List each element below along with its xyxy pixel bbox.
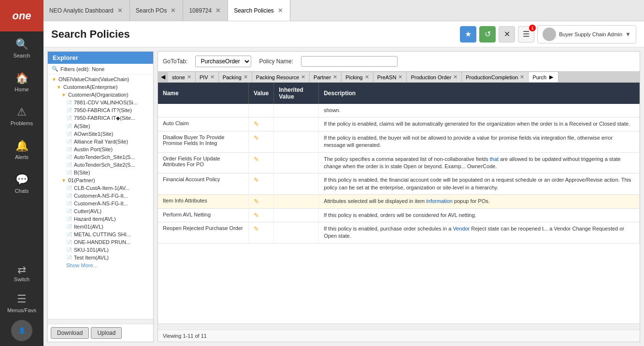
scroll-right-button[interactable]: ▶ bbox=[548, 74, 554, 80]
tree-item[interactable]: ▼ ONEIValueChain(ValueChain) bbox=[48, 75, 153, 83]
main-panel: GoToTab: PurchaseOrder SalesOrder Invoic… bbox=[157, 51, 640, 342]
tree-item[interactable]: 📄 AutoTenderSch_Site2(S... bbox=[48, 161, 153, 169]
notifications-button[interactable]: ☰ 1 bbox=[518, 26, 534, 43]
tab-neo[interactable]: NEO Analytic Dashboard ✕ bbox=[43, 0, 130, 21]
tree-item[interactable]: ▼ 01(Partner) bbox=[48, 176, 153, 184]
policy-tab-piv[interactable]: PIV ✕ bbox=[196, 72, 219, 82]
policy-tab-close[interactable]: ✕ bbox=[210, 74, 215, 80]
row-value[interactable]: ✎ bbox=[248, 195, 273, 208]
row-value[interactable]: ✎ bbox=[248, 117, 273, 131]
tree-item[interactable]: 📄 B(Site) bbox=[48, 169, 153, 176]
close-button[interactable]: ✕ bbox=[499, 26, 515, 43]
document-icon: 📄 bbox=[66, 139, 72, 144]
policy-tab-close[interactable]: ✕ bbox=[520, 74, 524, 80]
row-value[interactable]: ✎ bbox=[248, 208, 273, 222]
goto-label: GoToTab: bbox=[163, 58, 187, 65]
goto-select[interactable]: PurchaseOrder SalesOrder Invoice bbox=[195, 56, 251, 67]
tree-item[interactable]: 📄 7950-FABRICA IT◆(Site... bbox=[48, 114, 153, 122]
tree-item[interactable]: 📄 7881-CDV VALINHOS(Si... bbox=[48, 99, 153, 106]
tree-item[interactable]: 📄 Item01(AVL) bbox=[48, 223, 153, 231]
sidebar-item-search[interactable]: 🔍 Search bbox=[0, 31, 43, 65]
tree-container[interactable]: ▼ ONEIValueChain(ValueChain) ▼ CustomerA… bbox=[48, 74, 153, 319]
row-value[interactable]: ✎ bbox=[248, 222, 273, 243]
folder-expand-icon: ▼ bbox=[52, 77, 57, 82]
sidebar-item-alerts[interactable]: 🔔 Alerts bbox=[0, 133, 43, 167]
tree-item[interactable]: 📄 AOwnSite1(Site) bbox=[48, 130, 153, 138]
refresh-button[interactable]: ↺ bbox=[479, 26, 496, 43]
tree-item[interactable]: ▼ CustomerA(Organization) bbox=[48, 91, 153, 99]
tab-neo-close[interactable]: ✕ bbox=[116, 7, 124, 14]
horizontal-scrollbar[interactable] bbox=[158, 323, 640, 330]
tree-item[interactable]: 📄 AutoTenderSch_Site1(S... bbox=[48, 153, 153, 161]
edit-icon[interactable]: ✎ bbox=[254, 198, 259, 205]
tree-item[interactable]: 📄 Test Item(AVL) bbox=[48, 254, 153, 261]
row-value[interactable]: ✎ bbox=[248, 131, 273, 152]
sidebar-avatar[interactable]: 👤 bbox=[11, 320, 32, 341]
policy-tab-label: Packing bbox=[223, 74, 242, 80]
policy-tab-close[interactable]: ✕ bbox=[365, 74, 369, 80]
policy-tab-close[interactable]: ✕ bbox=[333, 74, 337, 80]
tree-item[interactable]: 📄 SKU-101(AVL) bbox=[48, 246, 153, 254]
sidebar-item-chats[interactable]: 💬 Chats bbox=[0, 167, 43, 201]
policy-tab-picking[interactable]: Picking ✕ bbox=[342, 72, 373, 82]
app-logo[interactable]: one bbox=[0, 0, 43, 31]
tree-item[interactable]: ▼ CustomerA(Enterprise) bbox=[48, 83, 153, 91]
table-container[interactable]: Name Value Inherited Value Description bbox=[158, 83, 640, 323]
tree-item[interactable]: 📄 CustomerA-NS-FG-It... bbox=[48, 192, 153, 200]
tree-item-label: 7950-FABRICA IT◆(Site... bbox=[74, 115, 135, 121]
sidebar-item-home[interactable]: 🏠 Home bbox=[0, 65, 43, 99]
tree-item[interactable]: 📄 7950-FABRICA IT?(Site) bbox=[48, 106, 153, 114]
policy-tab-productioncompletion[interactable]: ProductionCompletion ✕ bbox=[462, 72, 529, 82]
tree-item[interactable]: 📄 Hazard item(AVL) bbox=[48, 215, 153, 223]
edit-icon[interactable]: ✎ bbox=[254, 120, 259, 128]
show-more-link[interactable]: Show More... bbox=[48, 261, 153, 269]
policy-tab-close[interactable]: ✕ bbox=[453, 74, 458, 80]
policy-tab-close[interactable]: ✕ bbox=[243, 74, 248, 80]
tree-item[interactable]: 📄 CLB-CustA-Item-1(AV... bbox=[48, 184, 153, 192]
edit-icon[interactable]: ✎ bbox=[254, 176, 259, 184]
row-value[interactable]: ✎ bbox=[248, 152, 273, 173]
edit-icon[interactable]: ✎ bbox=[254, 212, 259, 219]
user-dropdown[interactable]: Buyer Supply Chain Admin ▼ bbox=[537, 25, 636, 43]
policy-tab-partner[interactable]: Partner ✕ bbox=[310, 72, 342, 82]
policy-tab-packing[interactable]: Packing ✕ bbox=[219, 72, 252, 82]
tree-item-label: AutoTenderSch_Site1(S... bbox=[74, 154, 135, 160]
policy-tab-close[interactable]: ✕ bbox=[187, 74, 191, 80]
tab-1089724[interactable]: 1089724 ✕ bbox=[183, 0, 228, 21]
tab-bar: NEO Analytic Dashboard ✕ Search POs ✕ 10… bbox=[43, 0, 644, 21]
edit-icon[interactable]: ✎ bbox=[254, 225, 259, 232]
tree-item[interactable]: 📄 Austin Port(Site) bbox=[48, 145, 153, 153]
sidebar-item-menus[interactable]: ☰ Menus/Favs bbox=[0, 286, 43, 320]
policy-tab-purch[interactable]: Purch ▶ bbox=[529, 72, 558, 82]
tree-item[interactable]: 📄 CustomerA-NS-FG-It... bbox=[48, 200, 153, 207]
policy-tab-close[interactable]: ✕ bbox=[398, 74, 402, 80]
policy-tab-preasn[interactable]: PreASN ✕ bbox=[373, 72, 407, 82]
policy-tab-stone[interactable]: stone ✕ bbox=[168, 72, 196, 82]
tree-horizontal-scrollbar[interactable] bbox=[48, 319, 153, 324]
edit-icon[interactable]: ✎ bbox=[254, 156, 259, 163]
policy-tab-productionorder[interactable]: Production Order ✕ bbox=[407, 72, 462, 82]
tab-searchpos-close[interactable]: ✕ bbox=[170, 7, 177, 14]
upload-button[interactable]: Upload bbox=[91, 327, 122, 339]
policy-tab-packingresource[interactable]: Packing Resource ✕ bbox=[252, 72, 310, 82]
tab-searchpos[interactable]: Search POs ✕ bbox=[130, 0, 184, 21]
policy-tab-close[interactable]: ✕ bbox=[301, 74, 305, 80]
sidebar-item-problems[interactable]: ⚠ Problems bbox=[0, 99, 43, 133]
tree-item[interactable]: 📄 Alliance Rail Yard(Site) bbox=[48, 138, 153, 145]
tree-item[interactable]: 📄 A(Site) bbox=[48, 122, 153, 130]
tab-searchpolicies-close[interactable]: ✕ bbox=[277, 7, 284, 14]
scroll-left-button[interactable]: ◀ bbox=[158, 72, 168, 82]
tab-1089724-close[interactable]: ✕ bbox=[215, 7, 222, 14]
tab-searchpolicies[interactable]: Search Policies ✕ bbox=[228, 0, 290, 21]
table-footer: Viewing 1-11 of 11 bbox=[158, 330, 640, 342]
favorite-button[interactable]: ★ bbox=[460, 26, 476, 43]
sidebar-item-switch[interactable]: ⇄ Switch bbox=[14, 264, 29, 282]
hscroll-bar[interactable] bbox=[158, 324, 640, 330]
row-value[interactable]: ✎ bbox=[248, 173, 273, 195]
tree-item[interactable]: 📄 ONE-HANDED PRUN... bbox=[48, 238, 153, 246]
policy-name-input[interactable] bbox=[301, 56, 398, 67]
tree-item[interactable]: 📄 METAL CUTTING SHI... bbox=[48, 231, 153, 238]
tree-item[interactable]: 📄 Cutter(AVL) bbox=[48, 207, 153, 215]
download-button[interactable]: Download bbox=[51, 327, 89, 339]
edit-icon[interactable]: ✎ bbox=[254, 134, 259, 142]
